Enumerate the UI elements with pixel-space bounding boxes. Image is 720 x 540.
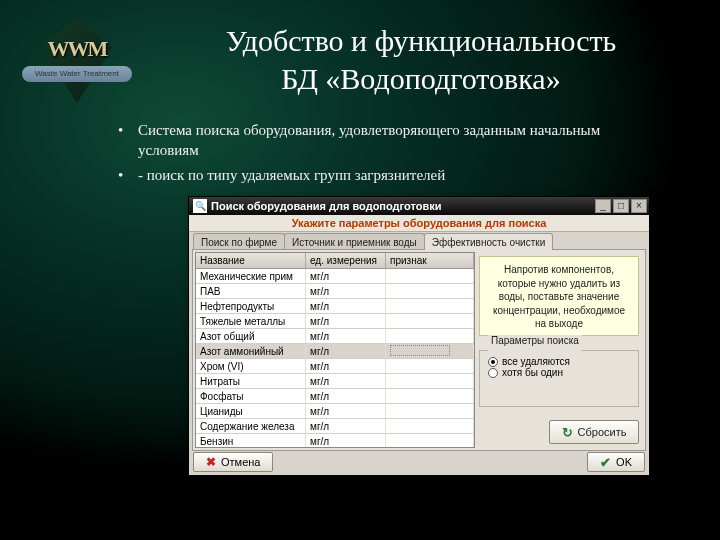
logo-monogram: WWM (22, 36, 132, 62)
slide-title-line1: Удобство и функциональность (226, 24, 617, 57)
table-row[interactable]: Фосфатымг/л (196, 389, 474, 404)
app-icon: 🔍 (193, 199, 207, 213)
cell-name: Бензин (196, 434, 306, 448)
radio-all-label: все удаляются (502, 356, 570, 367)
cell-unit: мг/л (306, 434, 386, 448)
radio-one-label: хотя бы один (502, 367, 563, 378)
cancel-icon: ✖ (206, 455, 216, 469)
table-row[interactable]: Цианидымг/л (196, 404, 474, 419)
col-unit[interactable]: ед. измерения (306, 253, 386, 268)
table-row[interactable]: Азот общиймг/л (196, 329, 474, 344)
table-row[interactable]: Нитратымг/л (196, 374, 474, 389)
params-legend: Параметры поиска (488, 335, 582, 346)
table-row[interactable]: Хром (VI)мг/л (196, 359, 474, 374)
cell-unit: мг/л (306, 314, 386, 328)
cell-name: ПАВ (196, 284, 306, 298)
close-button[interactable]: × (631, 199, 647, 213)
col-flag[interactable]: признак (386, 253, 474, 268)
window-title: Поиск оборудования для водоподготовки (211, 200, 595, 212)
logo-ribbon: Waste Water Treatment (22, 66, 132, 82)
pollutant-table[interactable]: Название ед. измерения признак Механичес… (195, 252, 475, 448)
cell-name: Нефтепродукты (196, 299, 306, 313)
table-body: Механические приммг/лПАВмг/лНефтепродукт… (196, 269, 474, 448)
cell-value[interactable] (386, 374, 474, 388)
col-name[interactable]: Название (196, 253, 306, 268)
refresh-icon: ↻ (562, 425, 573, 440)
tab-1[interactable]: Источник и приемник воды (284, 233, 425, 250)
cell-unit: мг/л (306, 299, 386, 313)
table-row[interactable]: Нефтепродуктымг/л (196, 299, 474, 314)
cell-unit: мг/л (306, 344, 386, 358)
slide-title: Удобство и функциональность БД «Водоподг… (150, 22, 692, 97)
cell-value[interactable] (386, 329, 474, 343)
cell-unit: мг/л (306, 359, 386, 373)
cell-unit: мг/л (306, 389, 386, 403)
cell-name: Фосфаты (196, 389, 306, 403)
cell-value[interactable] (386, 284, 474, 298)
search-params-group: Параметры поиска все удаляются хотя бы о… (479, 345, 639, 407)
cell-name: Азот аммонийный (196, 344, 306, 358)
radio-icon (488, 368, 498, 378)
ok-icon: ✔ (600, 455, 611, 470)
cell-name: Хром (VI) (196, 359, 306, 373)
tab-panel: Название ед. измерения признак Механичес… (192, 249, 646, 451)
minimize-button[interactable]: _ (595, 199, 611, 213)
table-row[interactable]: Тяжелые металлымг/л (196, 314, 474, 329)
cancel-button[interactable]: ✖ Отмена (193, 452, 273, 472)
table-row[interactable]: Механические приммг/л (196, 269, 474, 284)
reset-label: Сбросить (578, 426, 627, 438)
cell-name: Нитраты (196, 374, 306, 388)
radio-all-removed[interactable]: все удаляются (488, 356, 630, 367)
bullet-list: Система поиска оборудования, удовлетворя… (118, 120, 660, 189)
radio-icon (488, 357, 498, 367)
cell-name: Азот общий (196, 329, 306, 343)
cell-value[interactable] (386, 299, 474, 313)
cell-value[interactable] (386, 344, 474, 358)
button-bar: ✖ Отмена ✔ OK (193, 452, 645, 472)
tab-bar: Поиск по фирмеИсточник и приемник водыЭф… (189, 232, 649, 250)
maximize-button[interactable]: □ (613, 199, 629, 213)
table-row[interactable]: ПАВмг/л (196, 284, 474, 299)
bullet-2: - поиск по типу удаляемых групп загрязни… (118, 165, 660, 185)
bullet-1: Система поиска оборудования, удовлетворя… (118, 120, 660, 161)
radio-at-least-one[interactable]: хотя бы один (488, 367, 630, 378)
ok-button[interactable]: ✔ OK (587, 452, 645, 472)
window-subheader: Укажите параметры оборудования для поиск… (189, 215, 649, 232)
cell-unit: мг/л (306, 404, 386, 418)
cell-name: Тяжелые металлы (196, 314, 306, 328)
cell-name: Цианиды (196, 404, 306, 418)
ok-label: OK (616, 456, 632, 468)
cell-unit: мг/л (306, 374, 386, 388)
cell-unit: мг/л (306, 329, 386, 343)
cell-name: Механические прим (196, 269, 306, 283)
cell-value[interactable] (386, 419, 474, 433)
logo: WWM Waste Water Treatment (22, 18, 132, 103)
cell-value[interactable] (386, 404, 474, 418)
cell-value[interactable] (386, 314, 474, 328)
table-row[interactable]: Бензинмг/л (196, 434, 474, 448)
table-row[interactable]: Азот аммонийныймг/л (196, 344, 474, 359)
cell-value[interactable] (386, 269, 474, 283)
slide-title-line2: БД «Водоподготовка» (281, 62, 560, 95)
tab-0[interactable]: Поиск по фирме (193, 233, 285, 250)
cell-value[interactable] (386, 389, 474, 403)
cell-value[interactable] (386, 359, 474, 373)
cancel-label: Отмена (221, 456, 260, 468)
titlebar[interactable]: 🔍 Поиск оборудования для водоподготовки … (189, 197, 649, 215)
cell-value[interactable] (386, 434, 474, 448)
table-row[interactable]: Содержание железамг/л (196, 419, 474, 434)
reset-button[interactable]: ↻ Сбросить (549, 420, 639, 444)
tab-2[interactable]: Эффективность очистки (424, 233, 554, 250)
cell-unit: мг/л (306, 419, 386, 433)
table-header: Название ед. измерения признак (196, 253, 474, 269)
cell-name: Содержание железа (196, 419, 306, 433)
cell-unit: мг/л (306, 269, 386, 283)
search-window: 🔍 Поиск оборудования для водоподготовки … (188, 196, 650, 476)
hint-box: Напротив компонентов, которые нужно удал… (479, 256, 639, 336)
cell-unit: мг/л (306, 284, 386, 298)
